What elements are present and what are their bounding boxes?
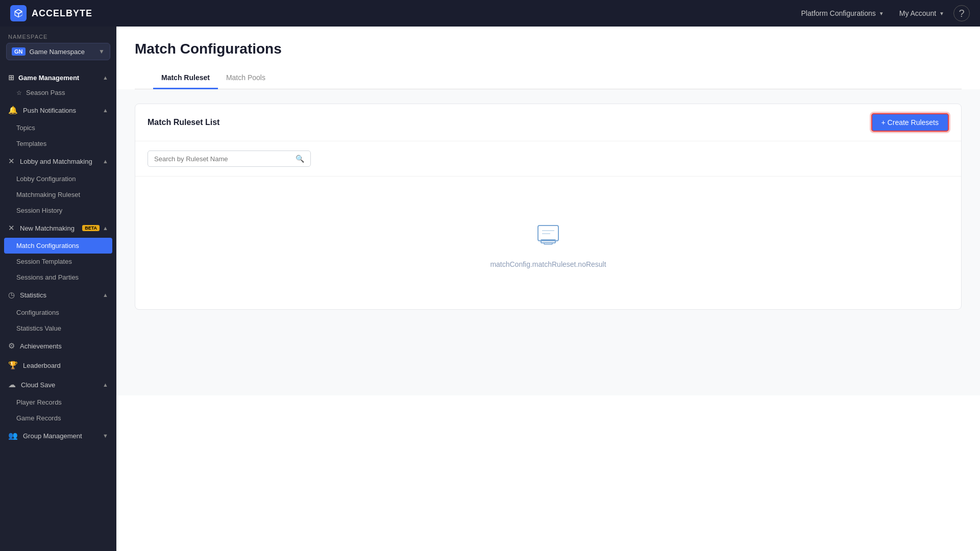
namespace-name: Game Namespace bbox=[30, 48, 99, 56]
push-notifications-icon: 🔔 bbox=[8, 106, 18, 115]
namespace-label: NAMESPACE bbox=[0, 27, 116, 43]
lobby-matchmaking-section[interactable]: ✕ Lobby and Matchmaking ▲ bbox=[0, 152, 116, 171]
sidebar-item-templates[interactable]: Templates bbox=[0, 136, 116, 152]
game-management-section[interactable]: ⊞ Game Management ▲ bbox=[0, 68, 116, 85]
lobby-chevron-icon: ▲ bbox=[103, 158, 108, 164]
statistics-section[interactable]: ◷ Statistics ▲ bbox=[0, 285, 116, 305]
achievements-label: Achievements bbox=[20, 342, 108, 350]
namespace-chevron-icon: ▼ bbox=[99, 48, 105, 55]
platform-configurations-label: Platform Configurations bbox=[801, 9, 876, 17]
matchmaking-ruleset-label: Matchmaking Ruleset bbox=[16, 191, 80, 198]
session-templates-label: Session Templates bbox=[16, 258, 72, 265]
sidebar-item-lobby-configuration[interactable]: Lobby Configuration bbox=[0, 171, 116, 187]
platform-chevron-icon: ▼ bbox=[879, 11, 884, 16]
empty-state-icon bbox=[532, 217, 565, 252]
leaderboard-section[interactable]: 🏆 Leaderboard bbox=[0, 356, 116, 375]
svg-rect-0 bbox=[538, 226, 558, 241]
cloud-save-section[interactable]: ☁ Cloud Save ▲ bbox=[0, 375, 116, 394]
sidebar-item-season-pass[interactable]: ☆ Season Pass bbox=[0, 85, 116, 101]
game-management-label: Game Management bbox=[18, 74, 79, 82]
statistics-label: Statistics bbox=[20, 291, 103, 299]
cloud-save-chevron-icon: ▲ bbox=[103, 382, 108, 388]
sidebar-item-configurations[interactable]: Configurations bbox=[0, 305, 116, 320]
brand-name: ACCELBYTE bbox=[32, 8, 92, 19]
game-management-collapse-icon: ▲ bbox=[103, 74, 108, 81]
new-matchmaking-section[interactable]: ✕ New Matchmaking BETA ▲ bbox=[0, 218, 116, 238]
sidebar-item-matchmaking-ruleset[interactable]: Matchmaking Ruleset bbox=[0, 187, 116, 203]
new-matchmaking-label: New Matchmaking bbox=[20, 224, 79, 232]
new-matchmaking-icon: ✕ bbox=[8, 223, 15, 233]
sidebar: NAMESPACE GN Game Namespace ▼ ⊞ Game Man… bbox=[0, 27, 116, 551]
namespace-initials: GN bbox=[12, 47, 26, 56]
group-management-section[interactable]: 👥 Group Management ▼ bbox=[0, 426, 116, 445]
my-account-label: My Account bbox=[899, 9, 936, 17]
sidebar-item-player-records[interactable]: Player Records bbox=[0, 394, 116, 410]
group-management-icon: 👥 bbox=[8, 431, 18, 440]
create-rulesets-label: + Create Rulesets bbox=[881, 118, 939, 127]
sidebar-item-sessions-and-parties[interactable]: Sessions and Parties bbox=[0, 269, 116, 285]
help-icon: ? bbox=[959, 8, 964, 19]
sidebar-item-session-templates[interactable]: Session Templates bbox=[0, 254, 116, 269]
match-configurations-label: Match Configurations bbox=[16, 242, 79, 249]
card-header: Match Ruleset List + Create Rulesets bbox=[135, 104, 961, 141]
svg-rect-3 bbox=[544, 243, 552, 244]
statistics-chevron-icon: ▲ bbox=[103, 292, 108, 298]
achievements-section[interactable]: ⚙ Achievements bbox=[0, 336, 116, 356]
match-ruleset-card: Match Ruleset List + Create Rulesets 🔍 bbox=[135, 104, 962, 310]
search-input-wrap: 🔍 bbox=[148, 151, 311, 167]
session-history-label: Session History bbox=[16, 207, 62, 214]
push-notifications-label: Push Notifications bbox=[23, 107, 103, 114]
empty-state-message: matchConfig.matchRuleset.noResult bbox=[490, 260, 606, 268]
help-button[interactable]: ? bbox=[953, 5, 970, 21]
tab-match-ruleset-label: Match Ruleset bbox=[161, 73, 210, 82]
search-input[interactable] bbox=[154, 155, 296, 163]
leaderboard-icon: 🏆 bbox=[8, 361, 18, 370]
empty-state: matchConfig.matchRuleset.noResult bbox=[135, 177, 961, 309]
tab-match-pools[interactable]: Match Pools bbox=[218, 67, 274, 89]
statistics-icon: ◷ bbox=[8, 290, 15, 299]
account-chevron-icon: ▼ bbox=[939, 11, 944, 16]
sidebar-item-game-records[interactable]: Game Records bbox=[0, 410, 116, 426]
platform-configurations-button[interactable]: Platform Configurations ▼ bbox=[795, 6, 890, 20]
namespace-selector[interactable]: GN Game Namespace ▼ bbox=[6, 43, 110, 60]
templates-label: Templates bbox=[16, 140, 46, 147]
content-area: Match Ruleset List + Create Rulesets 🔍 bbox=[116, 89, 980, 395]
game-management-icon: ⊞ bbox=[8, 73, 14, 82]
sidebar-item-statistics-value[interactable]: Statistics Value bbox=[0, 320, 116, 336]
logo: ACCELBYTE bbox=[10, 5, 92, 21]
beta-badge: BETA bbox=[82, 225, 100, 231]
push-notifications-chevron-icon: ▲ bbox=[103, 107, 108, 113]
tab-match-pools-label: Match Pools bbox=[226, 73, 265, 82]
sessions-and-parties-label: Sessions and Parties bbox=[16, 273, 79, 281]
layout: NAMESPACE GN Game Namespace ▼ ⊞ Game Man… bbox=[0, 27, 980, 551]
configurations-label: Configurations bbox=[16, 309, 59, 316]
search-bar: 🔍 bbox=[135, 141, 961, 177]
new-matchmaking-chevron-icon: ▲ bbox=[103, 225, 108, 231]
my-account-button[interactable]: My Account ▼ bbox=[893, 6, 950, 20]
player-records-label: Player Records bbox=[16, 398, 62, 406]
game-records-label: Game Records bbox=[16, 414, 61, 422]
lobby-configuration-label: Lobby Configuration bbox=[16, 175, 76, 183]
sidebar-item-session-history[interactable]: Session History bbox=[0, 203, 116, 218]
topics-label: Topics bbox=[16, 124, 35, 132]
page-title: Match Configurations bbox=[135, 41, 962, 57]
sidebar-item-topics[interactable]: Topics bbox=[0, 120, 116, 136]
tab-bar: Match Ruleset Match Pools bbox=[135, 67, 962, 89]
group-management-label: Group Management bbox=[23, 432, 103, 440]
no-result-illustration bbox=[532, 217, 565, 250]
sidebar-item-match-configurations[interactable]: Match Configurations bbox=[4, 238, 112, 254]
push-notifications-section[interactable]: 🔔 Push Notifications ▲ bbox=[0, 101, 116, 120]
search-icon: 🔍 bbox=[296, 155, 304, 163]
lobby-matchmaking-icon: ✕ bbox=[8, 157, 15, 166]
season-pass-star-icon: ☆ bbox=[16, 89, 22, 96]
lobby-matchmaking-label: Lobby and Matchmaking bbox=[20, 158, 103, 165]
top-navigation: ACCELBYTE Platform Configurations ▼ My A… bbox=[0, 0, 980, 27]
cloud-save-label: Cloud Save bbox=[21, 381, 103, 389]
logo-icon bbox=[10, 5, 27, 21]
achievements-icon: ⚙ bbox=[8, 341, 15, 350]
main-content-area: Match Configurations Match Ruleset Match… bbox=[116, 27, 980, 551]
statistics-value-label: Statistics Value bbox=[16, 324, 61, 332]
create-rulesets-button[interactable]: + Create Rulesets bbox=[871, 113, 949, 132]
accelbyte-logo-svg bbox=[13, 8, 23, 18]
tab-match-ruleset[interactable]: Match Ruleset bbox=[153, 67, 218, 89]
